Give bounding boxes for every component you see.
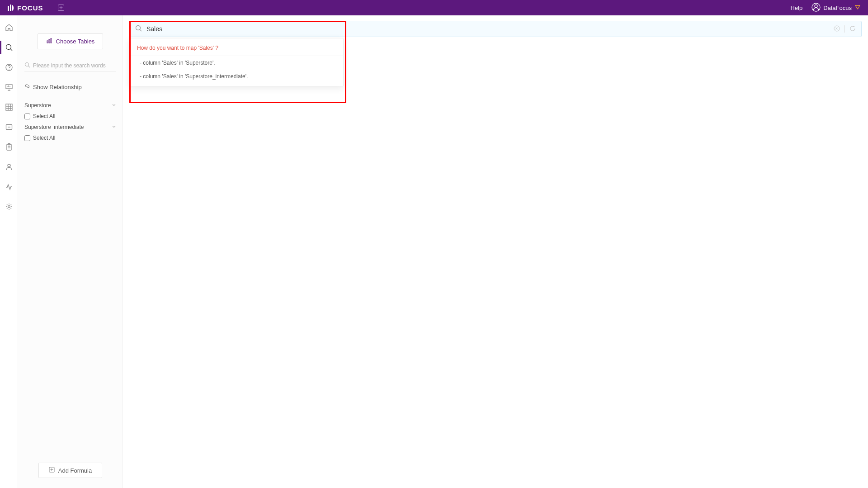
side-search-field[interactable] xyxy=(24,60,116,71)
search-icon xyxy=(24,62,30,69)
search-bar[interactable] xyxy=(129,21,862,37)
svg-rect-0 xyxy=(8,6,9,11)
user-badge-icon xyxy=(854,4,861,12)
choose-tables-button[interactable]: Choose Tables xyxy=(38,33,104,49)
chevron-down-icon xyxy=(112,102,116,109)
new-tab-button[interactable] xyxy=(57,4,65,12)
svg-point-28 xyxy=(8,164,10,167)
nav-user[interactable] xyxy=(0,163,18,171)
divider xyxy=(844,25,845,33)
svg-point-33 xyxy=(25,63,29,66)
add-formula-label: Add Formula xyxy=(58,467,92,474)
svg-line-39 xyxy=(140,30,142,32)
top-bar: FOCUS Help DataFocus xyxy=(0,0,868,15)
svg-point-38 xyxy=(136,26,141,30)
mapping-dropdown: How do you want to map 'Sales' ? - colum… xyxy=(129,38,344,86)
mapping-prompt: How do you want to map 'Sales' ? xyxy=(130,42,343,56)
nav-activity[interactable] xyxy=(0,183,18,191)
table-name: Superstore_intermediate xyxy=(24,124,84,130)
nav-data[interactable] xyxy=(0,103,18,111)
svg-rect-31 xyxy=(49,39,50,43)
mapping-option[interactable]: - column 'Sales' in 'Superstore'. xyxy=(130,56,343,70)
clear-icon[interactable] xyxy=(834,25,840,33)
select-all-label: Select All xyxy=(33,135,55,141)
svg-rect-1 xyxy=(10,5,11,11)
help-link[interactable]: Help xyxy=(790,5,802,11)
nav-clipboard[interactable] xyxy=(0,143,18,151)
show-relationship-label: Show Relationship xyxy=(33,84,82,90)
svg-rect-32 xyxy=(51,38,52,43)
table-header-superstore[interactable]: Superstore xyxy=(24,100,116,110)
nav-help[interactable] xyxy=(0,63,18,71)
mapping-option[interactable]: - column 'Sales' in 'Superstore_intermed… xyxy=(130,70,343,83)
svg-line-34 xyxy=(28,66,30,68)
chart-icon xyxy=(46,38,52,45)
nav-home[interactable] xyxy=(0,24,18,32)
select-all-checkbox[interactable] xyxy=(24,135,30,141)
chevron-down-icon xyxy=(112,124,116,130)
svg-point-29 xyxy=(8,206,10,208)
table-name: Superstore xyxy=(24,102,51,109)
app-name: FOCUS xyxy=(17,4,43,12)
nav-folder[interactable] xyxy=(0,123,18,131)
svg-rect-30 xyxy=(47,41,48,43)
choose-tables-label: Choose Tables xyxy=(56,38,95,45)
link-icon xyxy=(24,83,30,90)
svg-point-7 xyxy=(6,45,11,50)
select-all-superstore[interactable]: Select All xyxy=(24,110,116,122)
logo-bars-icon xyxy=(7,4,14,11)
select-all-label: Select All xyxy=(33,113,55,119)
svg-point-10 xyxy=(9,69,9,70)
nav-rail xyxy=(0,15,18,488)
plus-square-icon xyxy=(49,467,55,474)
svg-line-8 xyxy=(10,49,12,51)
main-area: How do you want to map 'Sales' ? - colum… xyxy=(123,15,868,488)
svg-point-6 xyxy=(815,5,817,7)
select-all-checkbox[interactable] xyxy=(24,114,30,119)
search-icon xyxy=(135,25,142,33)
table-header-superstore-intermediate[interactable]: Superstore_intermediate xyxy=(24,122,116,132)
refresh-icon[interactable] xyxy=(849,25,856,33)
user-avatar-icon xyxy=(811,3,821,13)
add-formula-button[interactable]: Add Formula xyxy=(38,463,102,478)
side-search-input[interactable] xyxy=(33,62,116,69)
nav-presentation[interactable] xyxy=(0,83,18,91)
svg-rect-17 xyxy=(6,104,12,110)
show-relationship-link[interactable]: Show Relationship xyxy=(24,83,116,90)
side-panel: Choose Tables Show Relationship Supersto… xyxy=(18,15,123,488)
nav-search[interactable] xyxy=(0,43,18,52)
select-all-superstore-intermediate[interactable]: Select All xyxy=(24,132,116,144)
app-logo[interactable]: FOCUS xyxy=(7,4,43,12)
username-label: DataFocus xyxy=(823,5,852,11)
search-input[interactable] xyxy=(146,25,829,33)
svg-rect-11 xyxy=(6,85,12,89)
nav-settings[interactable] xyxy=(0,203,18,211)
user-menu[interactable]: DataFocus xyxy=(811,3,861,13)
